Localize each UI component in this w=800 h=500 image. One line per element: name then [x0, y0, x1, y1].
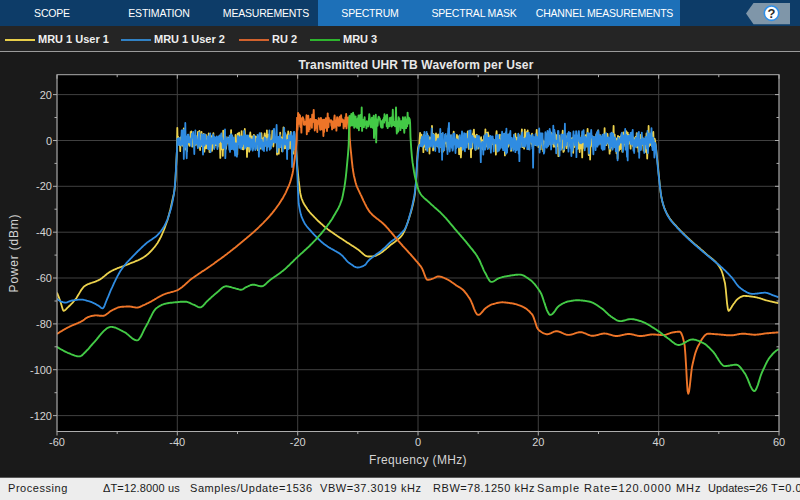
svg-text:0: 0 — [415, 436, 421, 448]
svg-text:20: 20 — [532, 436, 544, 448]
svg-text:60: 60 — [773, 436, 785, 448]
svg-text:-120: -120 — [30, 410, 52, 422]
svg-text:0: 0 — [46, 135, 52, 147]
svg-text:-20: -20 — [36, 180, 52, 192]
svg-text:-40: -40 — [169, 436, 185, 448]
svg-text:-100: -100 — [30, 364, 52, 376]
svg-text:-80: -80 — [36, 318, 52, 330]
svg-text:40: 40 — [653, 436, 665, 448]
svg-text:20: 20 — [40, 89, 52, 101]
svg-text:Frequency (MHz): Frequency (MHz) — [369, 453, 467, 467]
svg-text:-60: -60 — [36, 272, 52, 284]
svg-text:-20: -20 — [290, 436, 306, 448]
svg-text:-40: -40 — [36, 226, 52, 238]
svg-text:-60: -60 — [49, 436, 65, 448]
svg-text:Power (dBm): Power (dBm) — [7, 214, 21, 293]
svg-text:Transmitted UHR TB Waveform pe: Transmitted UHR TB Waveform per User — [298, 58, 533, 72]
